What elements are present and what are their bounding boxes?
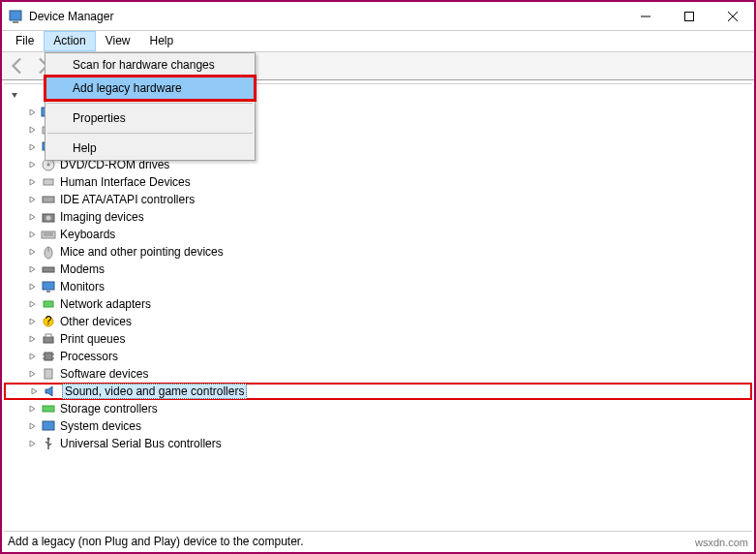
expand-icon[interactable] — [25, 123, 39, 137]
tree-label: Human Interface Devices — [60, 175, 191, 189]
tree-item-keyboards[interactable]: Keyboards — [4, 226, 752, 243]
monitor-icon — [41, 279, 56, 294]
collapse-icon[interactable] — [8, 88, 21, 102]
expand-icon[interactable] — [25, 193, 39, 206]
expand-icon[interactable] — [25, 262, 39, 276]
tree-label: Processors — [60, 350, 118, 363]
mouse-icon — [41, 244, 56, 260]
svg-rect-36 — [45, 369, 52, 379]
expand-icon[interactable] — [25, 367, 39, 381]
expand-icon[interactable] — [25, 419, 39, 433]
expand-icon[interactable] — [25, 106, 39, 119]
expand-icon[interactable] — [25, 280, 39, 293]
speaker-icon — [43, 384, 58, 399]
tree-item-hid[interactable]: Human Interface Devices — [4, 173, 752, 191]
tree-label: Network adapters — [60, 297, 151, 311]
tree-label: Software devices — [60, 367, 148, 381]
svg-text:?: ? — [45, 314, 52, 327]
menu-add-legacy-hardware[interactable]: Add legacy hardware — [45, 77, 255, 100]
watermark: wsxdn.com — [695, 537, 748, 548]
menu-separator — [47, 133, 253, 134]
tree-item-other[interactable]: ? Other devices — [4, 313, 752, 330]
expand-icon[interactable] — [25, 245, 39, 259]
expand-icon[interactable] — [25, 315, 39, 328]
svg-rect-30 — [45, 334, 51, 337]
system-icon — [41, 418, 56, 434]
expand-icon[interactable] — [25, 437, 39, 450]
menu-help[interactable]: Help — [45, 137, 255, 160]
tree-label: Mice and other pointing devices — [60, 245, 224, 259]
menu-view[interactable]: View — [96, 31, 140, 51]
close-button[interactable] — [711, 2, 754, 30]
tree-item-print[interactable]: Print queues — [4, 330, 752, 348]
tree-item-modems[interactable]: Modems — [4, 261, 752, 278]
window-title: Device Manager — [29, 10, 623, 23]
tree-label: Other devices — [60, 315, 132, 328]
tree-item-mice[interactable]: Mice and other pointing devices — [4, 243, 752, 261]
tree-item-processors[interactable]: Processors — [4, 348, 752, 365]
svg-rect-0 — [10, 11, 21, 20]
window-controls — [623, 2, 754, 30]
tree-label: Monitors — [60, 280, 105, 293]
app-icon — [8, 9, 23, 24]
expand-icon[interactable] — [25, 297, 39, 311]
other-icon: ? — [41, 314, 56, 329]
tree-item-sound[interactable]: Sound, video and game controllers — [4, 383, 752, 400]
tree-label: Sound, video and game controllers — [62, 384, 247, 399]
svg-rect-38 — [43, 421, 54, 430]
svg-rect-3 — [684, 12, 693, 20]
expand-icon[interactable] — [25, 332, 39, 346]
back-button[interactable] — [6, 54, 29, 77]
tree-label: System devices — [60, 419, 141, 433]
expand-icon[interactable] — [25, 158, 39, 171]
keyboard-icon — [41, 227, 56, 242]
status-text: Add a legacy (non Plug and Play) device … — [8, 535, 304, 548]
tree-item-monitors[interactable]: Monitors — [4, 278, 752, 295]
menu-action[interactable]: Action — [44, 31, 95, 51]
tree-item-system[interactable]: System devices — [4, 417, 752, 435]
title-bar: Device Manager — [2, 2, 754, 31]
tree-label: Storage controllers — [60, 402, 158, 416]
action-menu: Scan for hardware changes Add legacy har… — [45, 52, 256, 161]
menu-scan-hardware[interactable]: Scan for hardware changes — [45, 53, 255, 77]
svg-rect-15 — [43, 197, 54, 202]
svg-rect-26 — [44, 301, 53, 307]
menu-separator — [47, 103, 253, 104]
expand-icon[interactable] — [27, 385, 41, 398]
svg-rect-23 — [43, 267, 54, 272]
storage-icon — [41, 401, 56, 416]
tree-item-usb[interactable]: Universal Serial Bus controllers — [4, 435, 752, 452]
svg-point-17 — [46, 216, 51, 221]
tree-label: Imaging devices — [60, 210, 144, 224]
menu-help[interactable]: Help — [140, 31, 184, 51]
svg-rect-37 — [43, 406, 54, 412]
tree-item-network[interactable]: Network adapters — [4, 295, 752, 313]
expand-icon[interactable] — [25, 350, 39, 363]
expand-icon[interactable] — [25, 175, 39, 189]
software-icon — [41, 366, 56, 382]
tree-item-ide[interactable]: IDE ATA/ATAPI controllers — [4, 191, 752, 208]
menu-bar: File Action View Help — [2, 31, 754, 52]
printer-icon — [41, 331, 56, 347]
tree-item-imaging[interactable]: Imaging devices — [4, 208, 752, 226]
cpu-icon — [41, 349, 56, 364]
svg-rect-25 — [46, 291, 50, 292]
usb-icon — [41, 436, 56, 451]
menu-file[interactable]: File — [6, 31, 44, 51]
tree-item-storage[interactable]: Storage controllers — [4, 400, 752, 417]
status-bar: Add a legacy (non Plug and Play) device … — [4, 531, 752, 550]
camera-icon — [41, 209, 56, 225]
tree-label: Print queues — [60, 332, 125, 346]
menu-properties[interactable]: Properties — [45, 107, 255, 130]
tree-item-software[interactable]: Software devices — [4, 365, 752, 383]
ide-icon — [41, 192, 56, 207]
hid-icon — [41, 174, 56, 190]
expand-icon[interactable] — [25, 210, 39, 224]
expand-icon[interactable] — [25, 228, 39, 241]
expand-icon[interactable] — [25, 402, 39, 416]
svg-rect-14 — [44, 179, 53, 185]
minimize-button[interactable] — [623, 2, 667, 30]
maximize-button[interactable] — [667, 2, 711, 30]
expand-icon[interactable] — [25, 140, 39, 154]
svg-rect-31 — [45, 353, 52, 360]
